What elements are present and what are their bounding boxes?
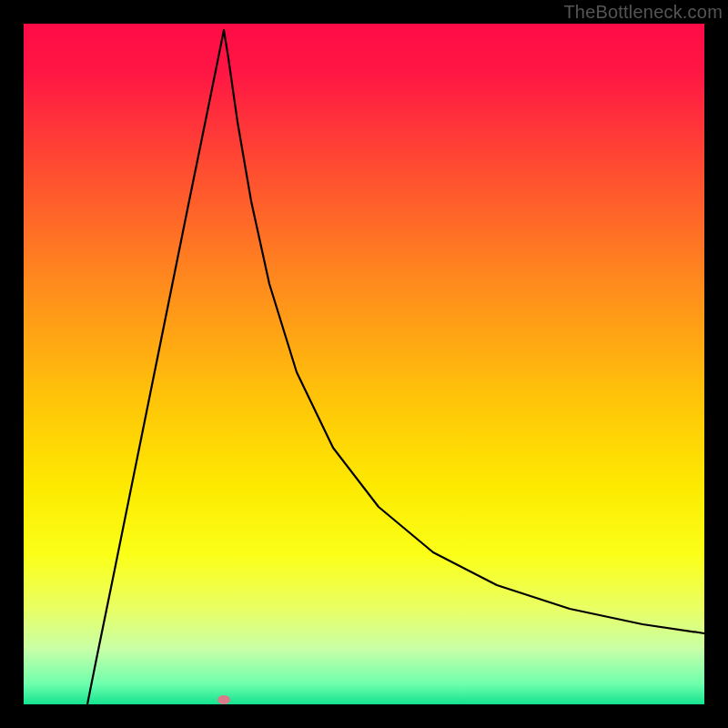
minimum-marker xyxy=(217,695,230,704)
watermark-label: TheBottleneck.com xyxy=(563,2,723,23)
chart-frame xyxy=(24,24,704,704)
plot-area xyxy=(24,24,704,704)
bottleneck-curve xyxy=(24,24,704,704)
